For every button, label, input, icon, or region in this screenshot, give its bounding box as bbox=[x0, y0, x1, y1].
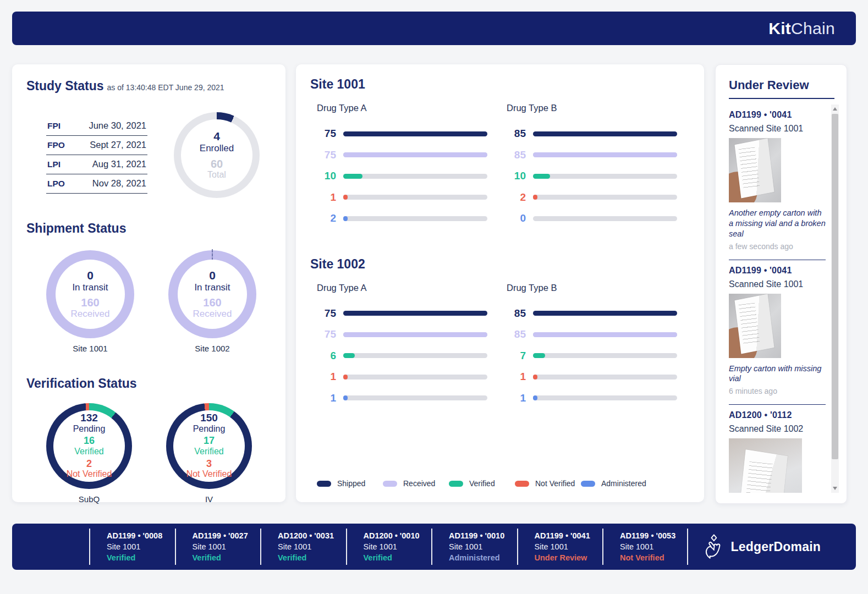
ticker-item-site: Site 1001 bbox=[193, 541, 261, 552]
ticker-item-site: Site 1001 bbox=[364, 541, 432, 552]
verification-donuts: 132 Pending 16 Verified 2 Not Verified S… bbox=[46, 403, 271, 504]
milestone-date: June 30, 2021 bbox=[89, 120, 146, 131]
review-divider bbox=[729, 404, 826, 405]
milestone-row-lpi: LPI Aug 31, 2021 bbox=[46, 155, 147, 174]
scrollbar-up-arrow[interactable] bbox=[831, 105, 839, 113]
not-verified-label: Not Verified bbox=[67, 469, 112, 479]
legend-item-received: Received bbox=[383, 479, 449, 488]
pending-count: 150 bbox=[200, 413, 218, 424]
sites-chart-card: Site 1001 Drug Type A 75 75 10 1 2 Drug … bbox=[296, 64, 704, 502]
verified-label: Verified bbox=[74, 446, 103, 457]
legend-swatch-verified bbox=[449, 481, 463, 487]
milestone-label: LPO bbox=[47, 179, 65, 189]
bar-fill-shipped bbox=[343, 131, 487, 136]
bar-fill-received bbox=[533, 332, 677, 337]
study-status-body: FPI June 30, 2021 FPO Sept 27, 2021 LPI … bbox=[26, 112, 271, 198]
chart-drug-type-b: Drug Type B 85 85 7 1 1 bbox=[507, 283, 677, 409]
milestone-row-fpi: FPI June 30, 2021 bbox=[46, 117, 147, 136]
bar-fill-verified bbox=[533, 353, 545, 358]
not-verified-count: 3 bbox=[206, 459, 212, 469]
in-transit-label: In transit bbox=[72, 282, 108, 293]
bar-fill-shipped bbox=[343, 311, 487, 316]
received-label: Received bbox=[71, 309, 110, 320]
bar-track bbox=[533, 152, 677, 157]
ticker-item[interactable]: AD1199 • '0041 Site 1001 Under Review bbox=[517, 529, 603, 565]
under-review-title-rule bbox=[729, 98, 834, 99]
bar-track bbox=[343, 395, 487, 400]
scrollbar-down-arrow[interactable] bbox=[831, 484, 839, 493]
verification-donut-center: 150 Pending 17 Verified 3 Not Verified bbox=[173, 410, 245, 482]
milestone-date: Nov 28, 2021 bbox=[92, 178, 146, 189]
enrollment-donut-center: 4 Enrolled 60 Total bbox=[181, 119, 252, 191]
ticker-item[interactable]: AD1199 • '0027 Site 1001 Verified bbox=[175, 529, 261, 565]
brand-light: Chain bbox=[791, 19, 835, 37]
review-item[interactable]: AD1199 • '0041 Scanned Site 1001 Another… bbox=[729, 110, 826, 251]
bar-row-shipped: 75 bbox=[317, 303, 487, 324]
ticker-item[interactable]: AD1199 • '0010 Site 1001 Administered bbox=[431, 529, 517, 565]
bar-track bbox=[533, 131, 677, 136]
bar-track bbox=[343, 131, 487, 136]
bar-fill-verified bbox=[343, 353, 355, 358]
under-review-title: Under Review bbox=[729, 78, 847, 92]
ticker-item[interactable]: AD1199 • '0053 Site 1001 Not Verified bbox=[602, 529, 688, 565]
in-transit-label: In transit bbox=[194, 282, 230, 293]
milestone-date: Aug 31, 2021 bbox=[92, 159, 146, 169]
carton-label-lines bbox=[739, 302, 760, 344]
bar-row-administered: 0 bbox=[507, 208, 677, 229]
review-item[interactable]: AD1200 • '0112 Scanned Site 1002 bbox=[729, 410, 826, 493]
under-review-list: AD1199 • '0041 Scanned Site 1001 Another… bbox=[729, 110, 826, 493]
shipment-donut-site-1001: 0 In transit 160 Received Site 1001 bbox=[46, 250, 134, 353]
shipment-site-label: Site 1001 bbox=[73, 344, 107, 353]
review-item-photo bbox=[729, 138, 781, 202]
bar-row-received: 85 bbox=[507, 145, 677, 166]
pending-count: 132 bbox=[80, 413, 98, 424]
ticker-item-id: AD1199 • '0010 bbox=[449, 530, 517, 541]
ticker-item[interactable]: AD1199 • '0008 Site 1001 Verified bbox=[89, 529, 175, 565]
bar-fill-not-verified bbox=[343, 195, 348, 200]
top-navbar: KitChain bbox=[12, 12, 856, 45]
verification-status-title: Verification Status bbox=[26, 376, 271, 391]
legend-label: Not Verified bbox=[535, 479, 575, 488]
ticker-item-id: AD1200 • '0010 bbox=[364, 530, 432, 541]
not-verified-count: 2 bbox=[86, 459, 92, 469]
milestone-table: FPI June 30, 2021 FPO Sept 27, 2021 LPI … bbox=[46, 117, 147, 194]
legend-swatch-administered bbox=[581, 481, 595, 487]
bar-row-not-verified: 1 bbox=[317, 366, 487, 388]
received-count: 160 bbox=[203, 296, 221, 309]
review-item-caption: Another empty carton with a missing vial… bbox=[729, 208, 826, 239]
bar-row-received: 85 bbox=[507, 324, 677, 345]
ticker-item-id: AD1200 • '0031 bbox=[278, 530, 346, 541]
bar-row-verified: 10 bbox=[507, 166, 677, 187]
bar-track bbox=[343, 174, 487, 179]
shipment-donut-center: 0 In transit 160 Received bbox=[178, 260, 247, 329]
ticker-item-status: Administered bbox=[449, 552, 517, 563]
total-count: 60 bbox=[211, 158, 223, 170]
bar-fill-verified bbox=[343, 174, 362, 179]
bar-fill-administered bbox=[343, 395, 348, 400]
carton-label-lines bbox=[739, 147, 760, 189]
ticker-item[interactable]: AD1200 • '0010 Site 1001 Verified bbox=[346, 529, 432, 565]
scrollbar-thumb[interactable] bbox=[832, 114, 838, 459]
legend-label: Administered bbox=[601, 479, 646, 488]
milestone-label: FPO bbox=[47, 140, 65, 150]
bar-fill-not-verified bbox=[343, 375, 348, 380]
verification-route-label: SubQ bbox=[79, 494, 100, 504]
ledgerdomain-wordmark: LedgerDomain bbox=[731, 540, 821, 554]
scrollbar[interactable] bbox=[831, 105, 839, 493]
enrolled-count: 4 bbox=[213, 130, 220, 142]
review-item[interactable]: AD1199 • '0041 Scanned Site 1001 Empty c… bbox=[729, 266, 826, 396]
milestone-label: LPI bbox=[47, 160, 61, 169]
bar-row-received: 75 bbox=[317, 145, 487, 166]
bar-track bbox=[343, 152, 487, 157]
ticker-item-site: Site 1001 bbox=[620, 541, 687, 552]
carton-label-lines bbox=[744, 461, 773, 493]
shipment-status-title: Shipment Status bbox=[26, 221, 271, 236]
review-item-id: AD1199 • '0041 bbox=[729, 266, 826, 276]
chart-legend: Shipped Received Verified Not Verified A… bbox=[317, 479, 647, 488]
bar-fill-received bbox=[343, 332, 487, 337]
ticker-item[interactable]: AD1200 • '0031 Site 1001 Verified bbox=[260, 529, 346, 565]
study-status-header: Study Statusas of 13:40:48 EDT June 29, … bbox=[26, 79, 271, 94]
under-review-scroll-area: AD1199 • '0041 Scanned Site 1001 Another… bbox=[729, 105, 839, 493]
bar-fill-administered bbox=[533, 395, 537, 400]
review-item-id: AD1199 • '0041 bbox=[729, 110, 826, 120]
